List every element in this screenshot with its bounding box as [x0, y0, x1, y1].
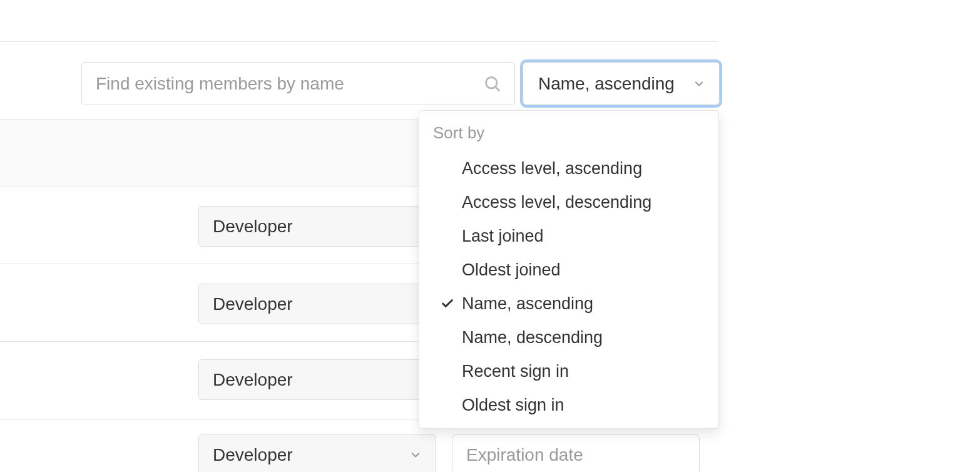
sort-option-label: Oldest joined — [462, 260, 705, 280]
sort-option-label: Name, descending — [462, 328, 705, 347]
expiration-date-input[interactable] — [452, 434, 700, 472]
sort-dropdown-menu: Sort by Access level, ascendingAccess le… — [419, 110, 719, 429]
sort-menu-header: Sort by — [419, 111, 718, 151]
sort-selected-label: Name, ascending — [538, 74, 675, 94]
sort-option[interactable]: Access level, ascending — [419, 151, 718, 185]
sort-dropdown-toggle[interactable]: Name, ascending — [523, 62, 720, 105]
role-label: Developer — [213, 217, 293, 237]
sort-option[interactable]: Oldest joined — [419, 253, 718, 287]
sort-option[interactable]: Access level, descending — [419, 185, 718, 219]
sort-option-label: Access level, ascending — [462, 159, 705, 178]
role-select[interactable]: Developer — [198, 284, 436, 324]
sort-option-label: Name, ascending — [462, 294, 705, 314]
chevron-down-icon — [693, 78, 705, 90]
sort-option[interactable]: Last joined — [419, 219, 718, 253]
check-icon — [433, 297, 462, 310]
member-search-input[interactable] — [81, 62, 515, 105]
sort-option[interactable]: Oldest sign in — [419, 388, 718, 422]
role-label: Developer — [213, 370, 293, 390]
role-select[interactable]: Developer — [198, 359, 436, 400]
sort-option[interactable]: Recent sign in — [419, 354, 718, 388]
role-select[interactable]: Developer — [198, 206, 436, 247]
sort-option[interactable]: Name, ascending — [419, 287, 718, 321]
role-label: Developer — [213, 294, 293, 314]
role-select[interactable]: Developer — [198, 434, 436, 472]
sort-option[interactable]: Name, descending — [419, 321, 718, 354]
sort-option-label: Access level, descending — [462, 193, 705, 212]
chevron-down-icon — [409, 449, 422, 461]
top-divider — [0, 41, 718, 42]
member-search — [81, 62, 515, 105]
sort-option-label: Last joined — [462, 227, 705, 246]
sort-option-label: Recent sign in — [462, 362, 705, 381]
sort-option-label: Oldest sign in — [462, 396, 705, 415]
role-label: Developer — [213, 445, 293, 465]
